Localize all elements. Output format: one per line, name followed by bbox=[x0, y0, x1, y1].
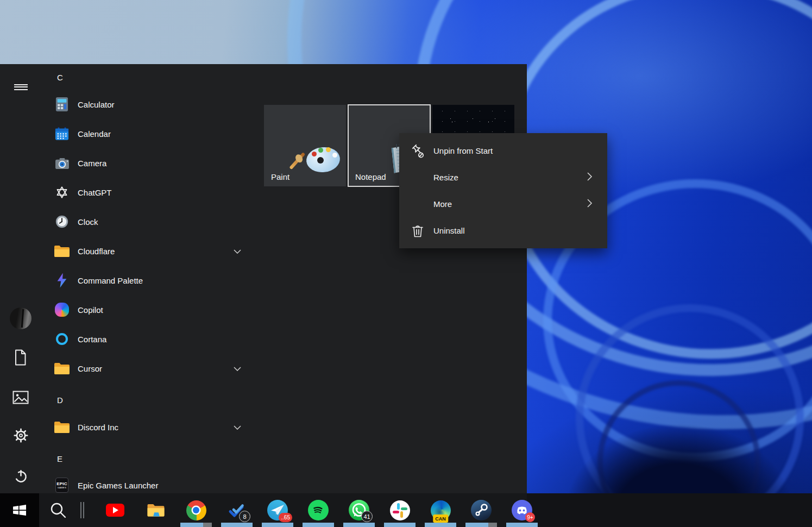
running-indicator-edge bbox=[425, 523, 456, 527]
desktop: C Calculator Calendar Camera ChatGPT Clo… bbox=[0, 0, 812, 527]
chrome-icon bbox=[186, 500, 206, 520]
telegram-badge: ..65 bbox=[279, 513, 292, 522]
app-list-folder-discord-inc[interactable]: Discord Inc bbox=[0, 416, 521, 438]
windows-logo-icon bbox=[11, 502, 28, 518]
search-button[interactable] bbox=[45, 497, 71, 523]
tile-label: Paint bbox=[271, 172, 289, 181]
steam-icon bbox=[471, 500, 492, 520]
section-header-label: D bbox=[57, 396, 63, 405]
taskbar: 8 ..65 41 C bbox=[0, 493, 812, 527]
search-icon bbox=[49, 501, 67, 519]
chatgpt-icon bbox=[54, 184, 70, 200]
copilot-icon bbox=[54, 302, 70, 318]
folder-icon bbox=[54, 360, 70, 377]
camera-icon bbox=[54, 155, 70, 171]
app-list-item-copilot[interactable]: Copilot bbox=[0, 299, 521, 321]
section-header-label: C bbox=[57, 73, 63, 82]
app-label: Cortana bbox=[78, 335, 106, 344]
taskbar-steam[interactable] bbox=[468, 497, 494, 523]
cortana-icon bbox=[54, 331, 70, 347]
app-label: Clock bbox=[78, 217, 98, 227]
app-label: Calculator bbox=[78, 100, 115, 109]
taskbar-youtube[interactable] bbox=[102, 497, 128, 523]
folder-icon bbox=[54, 419, 70, 435]
taskbar-slack[interactable] bbox=[387, 497, 413, 523]
menu-item-label: Resize bbox=[433, 173, 458, 182]
start-menu: C Calculator Calendar Camera ChatGPT Clo… bbox=[0, 64, 527, 493]
discord-badge: 9+ bbox=[525, 512, 535, 522]
tile-paint[interactable]: Paint bbox=[264, 105, 346, 186]
folder-label: Discord Inc bbox=[78, 423, 118, 432]
clock-icon bbox=[54, 214, 70, 230]
taskbar-telegram[interactable]: ..65 bbox=[265, 497, 291, 523]
epic-games-icon: EPICGAMES bbox=[54, 477, 70, 493]
command-palette-icon bbox=[54, 272, 70, 288]
chevron-right-icon bbox=[587, 172, 593, 183]
taskbar-whatsapp[interactable]: 41 bbox=[346, 497, 372, 523]
running-indicator-slack bbox=[384, 523, 416, 527]
chevron-down-icon[interactable] bbox=[234, 422, 241, 432]
taskbar-separator bbox=[80, 502, 85, 518]
chevron-right-icon bbox=[587, 199, 593, 210]
chevron-down-icon[interactable] bbox=[234, 246, 241, 256]
slack-icon bbox=[390, 500, 410, 520]
running-indicator-whatsapp bbox=[343, 523, 375, 527]
menu-item-label: More bbox=[433, 199, 452, 209]
tile-context-menu: Unpin from Start Resize More Uninstall bbox=[399, 133, 607, 248]
menu-item-uninstall[interactable]: Uninstall bbox=[399, 217, 607, 244]
taskbar-spotify[interactable] bbox=[305, 497, 331, 523]
app-label: Camera bbox=[78, 159, 106, 168]
running-indicator-spotify bbox=[303, 523, 334, 527]
menu-item-label: Uninstall bbox=[433, 226, 465, 235]
app-list-folder-cursor[interactable]: Cursor bbox=[0, 357, 521, 379]
tile-label: Notepad bbox=[355, 172, 386, 181]
whatsapp-badge: 41 bbox=[361, 511, 373, 522]
taskbar-chrome[interactable] bbox=[183, 497, 209, 523]
running-indicator-discord bbox=[506, 523, 538, 527]
menu-item-unpin-from-start[interactable]: Unpin from Start bbox=[399, 137, 607, 164]
running-indicator-telegram bbox=[262, 523, 293, 527]
pictures-icon bbox=[12, 391, 29, 404]
taskbar-discord[interactable]: 9+ bbox=[509, 497, 535, 523]
menu-item-more[interactable]: More bbox=[399, 191, 607, 217]
trash-icon bbox=[410, 223, 425, 239]
section-header-label: E bbox=[57, 454, 62, 463]
section-header-c[interactable]: C bbox=[57, 71, 63, 83]
taskbar-edge-canary[interactable]: CAN bbox=[427, 497, 454, 523]
section-header-e[interactable]: E bbox=[57, 453, 62, 465]
start-button[interactable] bbox=[7, 497, 33, 523]
pictures-button[interactable] bbox=[9, 387, 33, 407]
taskbar-microsoft-todo[interactable]: 8 bbox=[224, 497, 250, 523]
app-list-item-command-palette[interactable]: Command Palette bbox=[0, 269, 521, 291]
app-label: Command Palette bbox=[78, 276, 143, 285]
app-label: Calendar bbox=[78, 129, 111, 139]
app-label: Epic Games Launcher bbox=[78, 481, 158, 490]
folder-label: Cloudflare bbox=[78, 247, 115, 256]
telegram-icon: ..65 bbox=[267, 500, 288, 520]
todo-badge: 8 bbox=[239, 511, 250, 522]
taskbar-file-explorer[interactable] bbox=[143, 497, 169, 523]
running-indicator-steam bbox=[465, 523, 497, 527]
app-list-item-cortana[interactable]: Cortana bbox=[0, 328, 521, 350]
folder-label: Cursor bbox=[78, 364, 102, 373]
folder-icon bbox=[54, 243, 70, 259]
youtube-icon bbox=[106, 504, 124, 517]
edge-canary-badge: CAN bbox=[433, 515, 448, 523]
section-header-d[interactable]: D bbox=[57, 394, 63, 406]
running-indicator-todo bbox=[221, 523, 253, 527]
spotify-icon bbox=[308, 500, 329, 520]
app-label: Copilot bbox=[78, 305, 103, 315]
calculator-icon bbox=[54, 96, 70, 112]
file-explorer-icon bbox=[146, 503, 166, 518]
hamburger-icon bbox=[14, 83, 28, 91]
menu-item-resize[interactable]: Resize bbox=[399, 164, 607, 191]
calendar-icon bbox=[54, 126, 70, 142]
unpin-icon bbox=[410, 143, 425, 159]
app-list-item-epic-games-launcher[interactable]: EPICGAMES Epic Games Launcher bbox=[0, 474, 521, 493]
running-indicator-chrome bbox=[180, 523, 212, 527]
app-label: ChatGPT bbox=[78, 188, 112, 197]
menu-item-label: Unpin from Start bbox=[433, 146, 493, 155]
chevron-down-icon[interactable] bbox=[234, 363, 241, 373]
